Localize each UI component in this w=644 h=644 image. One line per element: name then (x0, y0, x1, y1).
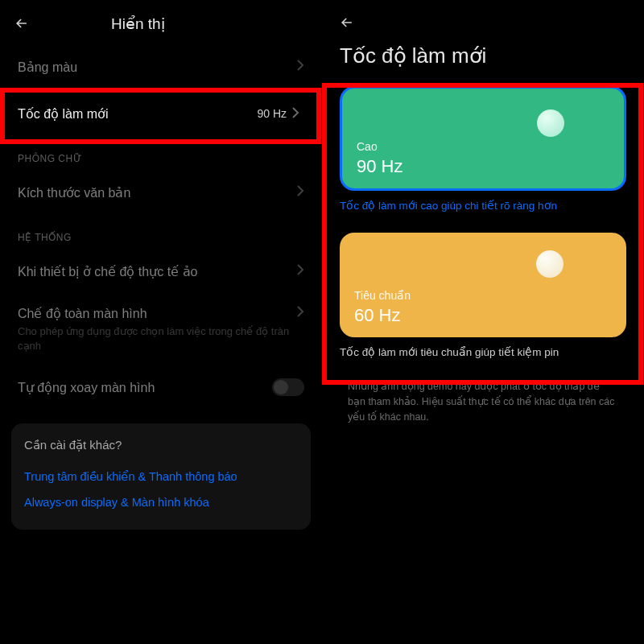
option-label: Tiêu chuẩn (354, 289, 411, 302)
page-title: Tốc độ làm mới (322, 39, 644, 80)
section-system: HỆ THỐNG (0, 216, 322, 248)
back-arrow-icon[interactable] (13, 14, 31, 32)
option-std-note: Tốc độ làm mới tiêu chuẩn giúp tiết kiệm… (340, 345, 626, 358)
row-refresh-rate[interactable]: Tốc độ làm mới 90 Hz (0, 90, 322, 137)
row-subtitle: Cho phép ứng dụng được chọn làm việc tro… (18, 324, 296, 353)
row-label: Kích thước văn bản (18, 185, 130, 200)
display-settings-panel: Hiển thị Bảng màu Tốc độ làm mới 90 Hz P… (0, 0, 322, 644)
chevron-right-icon (291, 107, 299, 121)
back-arrow-icon[interactable] (338, 14, 356, 31)
autorotate-toggle[interactable] (272, 378, 304, 396)
chevron-right-icon (296, 60, 304, 74)
right-header (322, 0, 644, 39)
refresh-rate-value: 90 Hz (257, 107, 287, 120)
row-value: 90 Hz (257, 107, 299, 121)
link-control-center[interactable]: Trung tâm điều khiển & Thanh thông báo (24, 464, 298, 489)
other-card-title: Cần cài đặt khác? (24, 438, 298, 452)
row-text-size[interactable]: Kích thước văn bản (0, 169, 322, 216)
chevron-right-icon (296, 306, 304, 320)
row-text: Chế độ toàn màn hình Cho phép ứng dụng đ… (18, 306, 296, 353)
chevron-right-icon (296, 185, 304, 200)
row-label: Khi thiết bị ở chế độ thực tế ảo (18, 264, 197, 279)
demo-ball-icon (537, 109, 564, 137)
row-color-scheme[interactable]: Bảng màu (0, 43, 322, 90)
row-fullscreen-mode[interactable]: Chế độ toàn màn hình Cho phép ứng dụng đ… (0, 295, 322, 364)
row-label: Bảng màu (18, 60, 77, 75)
demo-ball-icon (536, 250, 564, 278)
option-high-90hz[interactable]: Cao 90 Hz (340, 86, 626, 191)
row-vr-mode[interactable]: Khi thiết bị ở chế độ thực tế ảo (0, 248, 322, 295)
row-label: Chế độ toàn màn hình (18, 306, 296, 321)
option-label: Cao (357, 140, 378, 153)
page-title: Hiển thị (111, 14, 165, 33)
other-settings-card: Cần cài đặt khác? Trung tâm điều khiển &… (11, 423, 311, 530)
row-autorotate[interactable]: Tự động xoay màn hình (0, 364, 322, 411)
row-label: Tự động xoay màn hình (18, 380, 155, 395)
option-standard-60hz[interactable]: Tiêu chuẩn 60 Hz (340, 233, 626, 337)
chevron-right-icon (296, 264, 304, 279)
option-hz: 90 Hz (357, 156, 402, 177)
left-header: Hiển thị (0, 0, 322, 43)
demo-disclaimer: Những ảnh động demo này được phát ở tốc … (348, 379, 618, 424)
option-hz: 60 Hz (354, 305, 400, 326)
option-high-note: Tốc độ làm mới cao giúp chi tiết rõ ràng… (340, 199, 626, 212)
row-label: Tốc độ làm mới (18, 106, 109, 122)
refresh-rate-panel: Tốc độ làm mới Cao 90 Hz Tốc độ làm mới … (322, 0, 644, 644)
link-always-on-display[interactable]: Always-on display & Màn hình khóa (24, 489, 298, 515)
section-font: PHÔNG CHỮ (0, 137, 322, 169)
